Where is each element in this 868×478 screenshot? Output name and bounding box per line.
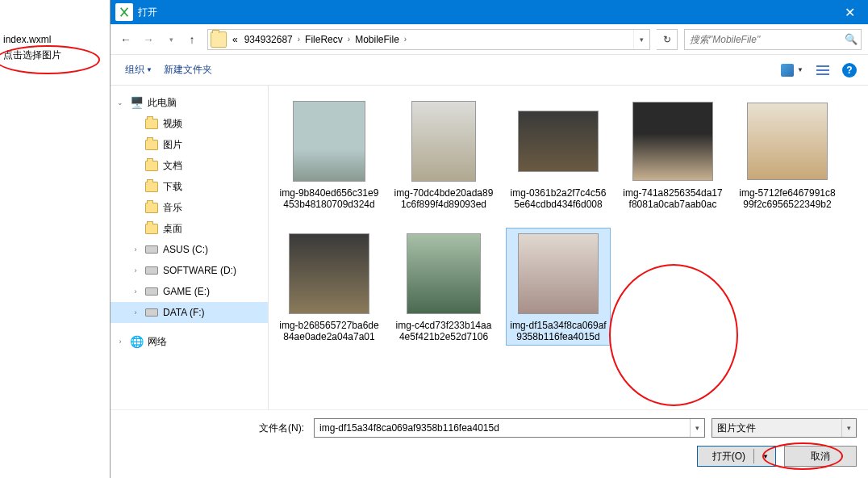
file-thumbnail	[286, 231, 372, 317]
tree-label: 音乐	[163, 201, 182, 215]
bg-filename: index.wxml	[0, 32, 113, 47]
file-thumbnail	[745, 99, 830, 184]
expand-icon[interactable]: ›	[131, 266, 140, 275]
up-button[interactable]: ↑	[183, 31, 201, 48]
tree-label: 网络	[148, 335, 167, 349]
file-name: img-5712fe6467991c899f2c6956522​349b2	[737, 187, 837, 210]
folder-icon	[145, 140, 158, 150]
thumbnails-icon	[781, 64, 794, 77]
file-name: img-0361b2a2f7c4c565e64cdbd434​f6d008	[508, 187, 608, 210]
file-item[interactable]: img-df15a34f8ca069af9358b116fea4015d	[506, 228, 611, 346]
open-file-dialog: 打开 ✕ ← → ▾ ↑ « 934932687 › FileRecv › Mo…	[110, 0, 868, 478]
drive-icon	[145, 287, 158, 296]
tree-item[interactable]: 桌面	[111, 218, 268, 239]
file-name: img-b268565727ba6de84ae0ade2a0​4a7a01	[279, 320, 379, 342]
tree-item[interactable]: ›DATA (F:)	[111, 302, 268, 323]
back-button[interactable]: ←	[117, 31, 135, 48]
folder-icon	[145, 224, 158, 234]
file-item[interactable]: img-70dc4bde20ada891c6f899f4d8​9093ed	[391, 95, 496, 213]
pc-icon: 🖥️	[129, 95, 144, 110]
tree-item[interactable]: 下载	[111, 176, 268, 197]
cancel-button[interactable]: 取消	[784, 446, 857, 467]
recent-dropdown[interactable]: ▾	[162, 31, 180, 48]
tree-label: 桌面	[163, 222, 182, 236]
expand-icon[interactable]: ›	[131, 287, 140, 296]
search-input[interactable]	[685, 34, 841, 45]
help-icon[interactable]: ?	[842, 63, 857, 78]
tree-label: ASUS (C:)	[163, 244, 208, 255]
drive-icon	[145, 245, 158, 254]
expand-icon[interactable]: ›	[131, 245, 140, 254]
file-name: img-70dc4bde20ada891c6f899f4d8​9093ed	[394, 187, 494, 210]
tree-label: 文档	[163, 159, 182, 173]
file-item[interactable]: img-741a825635​4da17f8081a0cab7​aab0ac	[620, 95, 725, 213]
tree-this-pc[interactable]: ⌄ 🖥️ 此电脑	[111, 92, 268, 113]
view-menu[interactable]: ▼	[781, 64, 803, 77]
tree-item[interactable]: 视频	[111, 113, 268, 134]
file-thumbnail	[401, 231, 486, 317]
crumb-overflow[interactable]: «	[229, 34, 241, 45]
filename-label: 文件名(N):	[122, 421, 307, 435]
tree-label: 图片	[163, 138, 182, 152]
bg-choose-image[interactable]: 点击选择图片	[0, 47, 113, 64]
file-name: img-df15a34f8ca069af9358b116fea4015d	[508, 320, 608, 342]
navigation-pane: ⌄ 🖥️ 此电脑 视频图片文档下载音乐桌面›ASUS (C:)›SOFTWARE…	[111, 86, 269, 431]
crumb-3[interactable]: MobileFile	[352, 34, 403, 45]
tree-item[interactable]: 图片	[111, 134, 268, 155]
expand-icon[interactable]: ›	[115, 338, 125, 346]
file-area[interactable]: img-9b840ed656c31e9453b4818070​9d324dimg…	[269, 86, 868, 431]
file-item[interactable]: img-0361b2a2f7c4c565e64cdbd434​f6d008	[506, 95, 611, 213]
app-icon	[115, 3, 133, 21]
nav-history: ← → ▾	[117, 31, 180, 48]
refresh-button[interactable]: ↻	[657, 29, 678, 50]
tree-network[interactable]: › 🌐 网络	[111, 331, 268, 352]
tree-label: 视频	[163, 117, 182, 131]
open-split-dropdown[interactable]: ▼	[762, 453, 769, 460]
tree-label: GAME (E:)	[163, 286, 210, 297]
chevron-right-icon: ›	[403, 35, 408, 44]
tree-item[interactable]: ›GAME (E:)	[111, 281, 268, 302]
folder-icon	[145, 203, 158, 213]
forward-button[interactable]: →	[140, 31, 157, 48]
organize-menu[interactable]: 组织 ▼	[122, 61, 156, 78]
search-box[interactable]: 🔍	[684, 29, 862, 50]
file-thumbnail	[515, 99, 601, 184]
file-item[interactable]: img-5712fe6467991c899f2c6956522​349b2	[735, 95, 840, 213]
filename-input[interactable]	[315, 419, 690, 437]
file-item[interactable]: img-c4cd73f23​3b14aa4e5f421b2e5​2d7106	[391, 228, 496, 346]
new-folder-button[interactable]: 新建文件夹	[161, 61, 215, 78]
filename-dropdown[interactable]: ▾	[690, 419, 704, 437]
filetype-filter[interactable]: 图片文件 ▾	[712, 418, 857, 438]
address-dropdown[interactable]: ▾	[633, 30, 649, 49]
chevron-right-icon: ›	[346, 35, 352, 44]
filter-label: 图片文件	[712, 421, 841, 435]
folder-icon	[145, 182, 158, 192]
tree-label: 此电脑	[148, 96, 177, 110]
crumb-1[interactable]: 934932687	[241, 34, 296, 45]
close-button[interactable]: ✕	[831, 0, 868, 24]
folder-icon	[145, 119, 158, 129]
tree-label: DATA (F:)	[163, 307, 205, 318]
collapse-icon[interactable]: ⌄	[115, 99, 125, 107]
drive-icon	[145, 308, 158, 317]
crumb-2[interactable]: FileRecv	[302, 34, 346, 45]
breadcrumbs: « 934932687 › FileRecv › MobileFile ›	[229, 34, 633, 45]
filename-field[interactable]: ▾	[314, 418, 705, 438]
search-icon[interactable]: 🔍	[841, 33, 861, 45]
toolbar: 组织 ▼ 新建文件夹 ▼ ?	[111, 55, 868, 86]
tree-item[interactable]: 音乐	[111, 197, 268, 218]
filter-dropdown-icon: ▾	[841, 419, 856, 437]
tree-label: 下载	[163, 180, 182, 194]
folder-icon	[211, 31, 227, 48]
open-button[interactable]: 打开(O) ▼	[697, 446, 776, 467]
file-item[interactable]: img-b268565727ba6de84ae0ade2a0​4a7a01	[277, 228, 382, 346]
folder-icon	[145, 161, 158, 171]
file-item[interactable]: img-9b840ed656c31e9453b4818070​9d324d	[277, 95, 382, 213]
tree-item[interactable]: 文档	[111, 155, 268, 176]
tree-item[interactable]: ›ASUS (C:)	[111, 239, 268, 260]
expand-icon[interactable]: ›	[131, 308, 140, 317]
details-view-icon[interactable]	[816, 64, 829, 77]
tree-item[interactable]: ›SOFTWARE (D:)	[111, 260, 268, 281]
titlebar: 打开 ✕	[111, 0, 868, 24]
address-bar[interactable]: « 934932687 › FileRecv › MobileFile › ▾	[207, 29, 650, 50]
